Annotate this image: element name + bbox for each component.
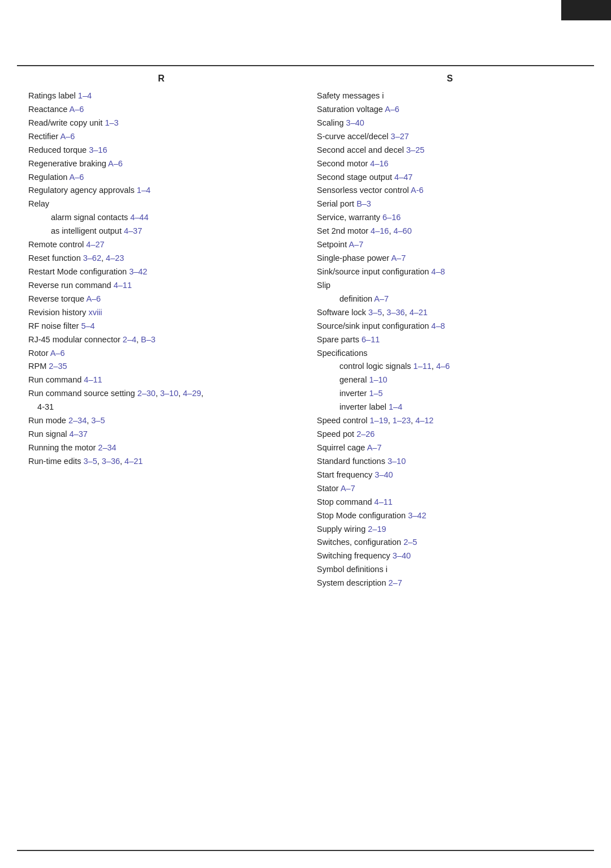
list-item: Stop command 4–11	[317, 496, 583, 509]
list-item: Reverse torque A–6	[28, 293, 294, 306]
list-item: Reverse run command 4–11	[28, 279, 294, 293]
list-item: Supply wiring 2–19	[317, 523, 583, 536]
right-column-heading: S	[317, 74, 583, 84]
list-item: Scaling 3–40	[317, 117, 583, 130]
list-item: S-curve accel/decel 3–27	[317, 130, 583, 144]
list-item: Speed control 1–19, 1–23, 4–12	[317, 414, 583, 428]
list-item: Specifications	[317, 347, 583, 360]
list-item: Stop Mode configuration 3–42	[317, 509, 583, 523]
list-item: Squirrel cage A–7	[317, 441, 583, 455]
list-item: Run command source setting 2–30, 3–10, 4…	[28, 387, 294, 414]
list-item: Reset function 3–62, 4–23	[28, 252, 294, 265]
list-item: definition A–7	[317, 293, 583, 306]
list-item: Safety messages i	[317, 89, 583, 103]
list-item: as intelligent output 4–37	[28, 225, 294, 238]
left-entries: Ratings label 1–4Reactance A–6Read/write…	[28, 89, 294, 469]
list-item: Slip	[317, 279, 583, 293]
list-item: Standard functions 3–10	[317, 455, 583, 469]
list-item: Single-phase power A–7	[317, 252, 583, 265]
list-item: inverter label 1–4	[317, 401, 583, 414]
list-item: Revision history xviii	[28, 306, 294, 320]
left-column: R Ratings label 1–4Reactance A–6Read/wri…	[17, 74, 306, 590]
list-item: Reactance A–6	[28, 103, 294, 117]
list-item: Spare parts 6–11	[317, 333, 583, 347]
bottom-rule	[17, 850, 594, 851]
list-item: Read/write copy unit 1–3	[28, 117, 294, 130]
list-item: Restart Mode configuration 3–42	[28, 265, 294, 279]
list-item: RJ-45 modular connector 2–4, B–3	[28, 333, 294, 347]
list-item: Service, warranty 6–16	[317, 211, 583, 225]
list-item: Regulation A–6	[28, 171, 294, 184]
list-item: Set 2nd motor 4–16, 4–60	[317, 225, 583, 238]
list-item: Run command 4–11	[28, 373, 294, 387]
list-item: Software lock 3–5, 3–36, 4–21	[317, 306, 583, 320]
list-item: RF noise filter 5–4	[28, 320, 294, 333]
list-item: Second accel and decel 3–25	[317, 144, 583, 157]
list-item: Saturation voltage A–6	[317, 103, 583, 117]
list-item: Sink/source input configuration 4–8	[317, 265, 583, 279]
left-column-heading: R	[28, 74, 294, 84]
list-item: Switches, configuration 2–5	[317, 536, 583, 549]
list-item: alarm signal contacts 4–44	[28, 211, 294, 225]
list-item: Run-time edits 3–5, 3–36, 4–21	[28, 455, 294, 469]
list-item: Regulatory agency approvals 1–4	[28, 184, 294, 197]
list-item: RPM 2–35	[28, 360, 294, 373]
list-item: System description 2–7	[317, 577, 583, 590]
list-item: Run signal 4–37	[28, 428, 294, 441]
list-item: Start frequency 3–40	[317, 469, 583, 482]
list-item: general 1–10	[317, 373, 583, 387]
list-item: Remote control 4–27	[28, 238, 294, 252]
right-entries: Safety messages iSaturation voltage A–6S…	[317, 89, 583, 590]
list-item: inverter 1–5	[317, 387, 583, 401]
list-item: Switching frequency 3–40	[317, 549, 583, 563]
list-item: Ratings label 1–4	[28, 89, 294, 103]
list-item: Reduced torque 3–16	[28, 144, 294, 157]
list-item: Second motor 4–16	[317, 157, 583, 171]
list-item: Stator A–7	[317, 482, 583, 496]
main-content: R Ratings label 1–4Reactance A–6Read/wri…	[17, 74, 594, 590]
list-item: Source/sink input configuration 4–8	[317, 320, 583, 333]
list-item: Rectifier A–6	[28, 130, 294, 144]
list-item: Regenerative braking A–6	[28, 157, 294, 171]
right-column: S Safety messages iSaturation voltage A–…	[306, 74, 594, 590]
list-item: Relay	[28, 197, 294, 211]
list-item: Running the motor 2–34	[28, 441, 294, 455]
list-item: Second stage output 4–47	[317, 171, 583, 184]
list-item: Sensorless vector control A-6	[317, 184, 583, 197]
list-item: control logic signals 1–11, 4–6	[317, 360, 583, 373]
list-item: Symbol definitions i	[317, 563, 583, 577]
list-item: Setpoint A–7	[317, 238, 583, 252]
list-item: Serial port B–3	[317, 197, 583, 211]
list-item: Rotor A–6	[28, 347, 294, 360]
list-item: Run mode 2–34, 3–5	[28, 414, 294, 428]
list-item: Speed pot 2–26	[317, 428, 583, 441]
top-rule	[17, 65, 594, 66]
page-header	[561, 0, 611, 20]
